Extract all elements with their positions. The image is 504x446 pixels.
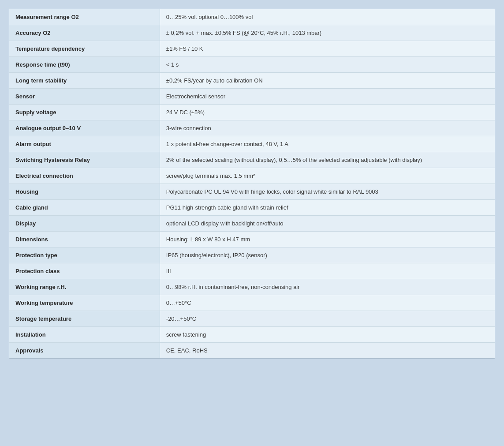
table-row: Supply voltage24 V DC (±5%) (9, 105, 495, 120)
spec-label: Response time (t90) (9, 57, 160, 73)
spec-label: Working range r.H. (9, 279, 160, 295)
table-row: Working temperature0…+50°C (9, 295, 495, 311)
spec-label: Accuracy O2 (9, 25, 160, 41)
table-row: Accuracy O2± 0,2% vol. + max. ±0,5% FS (… (9, 25, 495, 41)
spec-label: Measurement range O2 (9, 9, 160, 25)
table-row: Displayoptional LCD display with backlig… (9, 216, 495, 232)
table-row: SensorElectrochemical sensor (9, 89, 495, 105)
table-row: Temperature dependency±1% FS / 10 K (9, 41, 495, 57)
spec-value: ±0,2% FS/year by auto-calibration ON (160, 73, 495, 89)
spec-value: screw fastening (160, 327, 495, 343)
spec-label: Display (9, 216, 160, 232)
spec-value: optional LCD display with backlight on/o… (160, 216, 495, 232)
spec-label: Cable gland (9, 200, 160, 216)
spec-label: Long term stability (9, 73, 160, 89)
table-row: HousingPolycarbonate PC UL 94 V0 with hi… (9, 184, 495, 200)
spec-value: Housing: L 89 x W 80 x H 47 mm (160, 232, 495, 247)
spec-value: 2% of the selected scaling (without disp… (160, 152, 495, 168)
spec-value: < 1 s (160, 57, 495, 73)
spec-label: Working temperature (9, 295, 160, 311)
table-row: Alarm output1 x potential-free change-ov… (9, 136, 495, 152)
table-row: Protection typeIP65 (housing/electronic)… (9, 247, 495, 263)
table-row: DimensionsHousing: L 89 x W 80 x H 47 mm (9, 232, 495, 247)
spec-label: Protection class (9, 263, 160, 279)
spec-value: PG11 high-strength cable gland with stra… (160, 200, 495, 216)
spec-value: -20…+50°C (160, 311, 495, 327)
spec-value: ± 0,2% vol. + max. ±0,5% FS (@ 20°C, 45%… (160, 25, 495, 41)
spec-label: Alarm output (9, 136, 160, 152)
spec-value: IP65 (housing/electronic), IP20 (sensor) (160, 247, 495, 263)
spec-value: 3-wire connection (160, 120, 495, 136)
table-row: Storage temperature-20…+50°C (9, 311, 495, 327)
spec-label: Supply voltage (9, 105, 160, 120)
table-row: Cable glandPG11 high-strength cable glan… (9, 200, 495, 216)
spec-table-container: Measurement range O20…25% vol. optional … (9, 9, 495, 359)
spec-label: Analogue output 0–10 V (9, 120, 160, 136)
table-row: Installationscrew fastening (9, 327, 495, 343)
spec-value: 0…98% r.H. in contaminant-free, non-cond… (160, 279, 495, 295)
spec-value: III (160, 263, 495, 279)
spec-value: CE, EAC, RoHS (160, 343, 495, 359)
table-row: Response time (t90)< 1 s (9, 57, 495, 73)
table-row: ApprovalsCE, EAC, RoHS (9, 343, 495, 359)
spec-label: Electrical connection (9, 168, 160, 184)
specifications-table: Measurement range O20…25% vol. optional … (9, 9, 495, 358)
spec-value: Electrochemical sensor (160, 89, 495, 105)
spec-value: Polycarbonate PC UL 94 V0 with hinge loc… (160, 184, 495, 200)
spec-label: Storage temperature (9, 311, 160, 327)
spec-label: Approvals (9, 343, 160, 359)
table-row: Switching Hysteresis Relay2% of the sele… (9, 152, 495, 168)
table-row: Electrical connectionscrew/plug terminal… (9, 168, 495, 184)
spec-value: ±1% FS / 10 K (160, 41, 495, 57)
spec-label: Installation (9, 327, 160, 343)
spec-value: screw/plug terminals max. 1,5 mm² (160, 168, 495, 184)
spec-value: 0…25% vol. optional 0…100% vol (160, 9, 495, 25)
spec-label: Temperature dependency (9, 41, 160, 57)
spec-value: 1 x potential-free change-over contact, … (160, 136, 495, 152)
table-row: Protection classIII (9, 263, 495, 279)
table-row: Long term stability±0,2% FS/year by auto… (9, 73, 495, 89)
spec-label: Sensor (9, 89, 160, 105)
spec-label: Switching Hysteresis Relay (9, 152, 160, 168)
spec-value: 24 V DC (±5%) (160, 105, 495, 120)
spec-label: Housing (9, 184, 160, 200)
spec-label: Protection type (9, 247, 160, 263)
spec-label: Dimensions (9, 232, 160, 247)
spec-value: 0…+50°C (160, 295, 495, 311)
table-row: Measurement range O20…25% vol. optional … (9, 9, 495, 25)
table-row: Working range r.H.0…98% r.H. in contamin… (9, 279, 495, 295)
table-row: Analogue output 0–10 V3-wire connection (9, 120, 495, 136)
